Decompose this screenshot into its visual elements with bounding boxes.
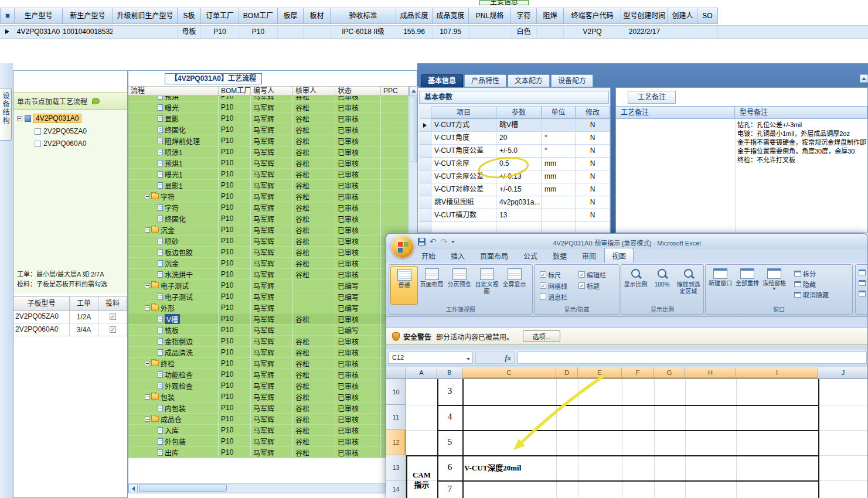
process-row[interactable]: 喷涂1P10马军辉谷松已审核 xyxy=(128,146,409,158)
process-row[interactable]: 金指倒边P10马军辉谷松已审核 xyxy=(128,336,409,347)
corner-icon-cell[interactable] xyxy=(0,8,15,24)
param-row[interactable]: V-CUT余厚0.5mmN xyxy=(419,158,610,170)
column-header-3[interactable]: 升级前旧生产型号 xyxy=(113,8,178,24)
window-small-button-0[interactable]: 拆分 xyxy=(792,268,830,279)
ribbon-tab-3[interactable]: 公式 xyxy=(516,248,544,263)
name-box-dropdown-icon[interactable] xyxy=(467,358,470,360)
window-button-0[interactable]: 新建窗口 xyxy=(707,266,734,305)
process-row[interactable]: 喷砂P10马军辉谷松已审核 xyxy=(128,236,409,247)
column-header-11[interactable]: 成品宽度 xyxy=(433,8,469,24)
window-small-button-2[interactable]: 取消隐藏 xyxy=(792,289,830,300)
basic-params-section-header[interactable]: 基本参数 xyxy=(419,91,609,104)
row-header-12[interactable]: 12 xyxy=(386,430,406,455)
process-row[interactable]: 内包装P10马军辉谷松已审核 xyxy=(128,403,409,414)
cell-name-box[interactable]: C12 xyxy=(388,352,473,364)
column-header-18[interactable]: SO xyxy=(697,8,718,24)
column-header-8[interactable]: 板材 xyxy=(304,8,331,24)
process-row[interactable]: 板边包胶P10马军辉谷松已审核 xyxy=(128,247,409,258)
column-header-17[interactable]: 创建人 xyxy=(668,8,697,24)
param-row[interactable]: V-CUT方式跳V槽N xyxy=(419,119,610,132)
column-header-14[interactable]: 阻焊 xyxy=(537,8,564,24)
sequence-number-cell[interactable]: 5 xyxy=(437,437,462,447)
excel-title-bar[interactable]: 4V2PQ031A0-预审指示 [兼容模式] - Microsoft Excel xyxy=(386,234,867,249)
save-icon[interactable] xyxy=(418,238,426,245)
view-button-0[interactable]: 普通 xyxy=(390,266,418,305)
column-header-C[interactable]: C xyxy=(462,367,556,379)
tree-checkbox[interactable] xyxy=(35,128,41,135)
process-col-1[interactable]: BOM工厂 xyxy=(219,86,251,96)
param-row[interactable]: V-CUT角度公差+/-5.0°N xyxy=(419,145,610,158)
expander-icon[interactable] xyxy=(145,194,150,199)
column-header-D[interactable]: D xyxy=(556,367,578,379)
ribbon-tab-4[interactable]: 数据 xyxy=(546,248,574,263)
checkbox-icon[interactable] xyxy=(540,294,546,300)
horizontal-scroll-thumb[interactable] xyxy=(139,484,227,492)
sequence-number-cell[interactable]: 6 xyxy=(437,462,462,472)
column-header-9[interactable]: 验收标准 xyxy=(331,8,396,24)
checkbox-icon[interactable]: ✓ xyxy=(540,282,546,289)
show-hide-option-4[interactable]: 消息栏 xyxy=(540,291,578,302)
column-header-A[interactable]: A xyxy=(406,367,437,379)
process-col-5[interactable]: PPC xyxy=(381,86,409,96)
insert-function-icon[interactable]: fx xyxy=(505,353,511,362)
expander-icon[interactable] xyxy=(145,283,150,288)
process-row[interactable]: 显影P10马军辉谷松已审核 xyxy=(128,113,409,124)
cam-instruction-cell[interactable]: V-CUT深度20mil xyxy=(464,462,521,473)
zoom-button-1[interactable]: 100% xyxy=(649,266,675,305)
subboard-row[interactable]: 2V2PQ05ZA01/2A✓ xyxy=(13,311,127,323)
param-row[interactable]: V-CUT余厚公差+/-0.13mmN xyxy=(419,170,610,183)
process-row[interactable]: 显影1P10马军辉谷松已审核 xyxy=(128,180,409,191)
process-row[interactable]: 外包装P10马军辉谷松已审核 xyxy=(128,436,409,447)
column-header-16[interactable]: 型号创建时间 xyxy=(621,8,668,24)
param-col-3[interactable]: 修改 xyxy=(576,106,610,119)
main-info-tab[interactable]: 主要信息 xyxy=(479,0,529,5)
clipped-button-0[interactable] xyxy=(857,267,868,278)
clipped-button-1[interactable] xyxy=(857,278,868,288)
checkbox-icon[interactable]: ✓ xyxy=(578,271,585,278)
undo-icon[interactable]: ↶ xyxy=(430,237,437,245)
process-row[interactable]: 预烘P10马军辉谷松已审核 xyxy=(128,96,409,102)
device-structure-vertical-tab[interactable]: 设备结构 xyxy=(0,88,12,141)
process-row[interactable]: 曝光1P10马军辉谷松已审核 xyxy=(128,169,409,180)
column-header-15[interactable]: 终端客户代码 xyxy=(564,8,621,24)
process-row[interactable]: V槽P10马军辉谷松已审核 xyxy=(128,313,409,325)
process-row[interactable]: 阻焊前处理P10马军辉谷松已审核 xyxy=(128,135,409,146)
panel-scroll-up-button[interactable] xyxy=(860,74,868,83)
process-row[interactable]: 电子测试P10马军辉已编写 xyxy=(128,280,409,291)
process-row[interactable]: 终固化P10马军辉谷松已审核 xyxy=(128,213,409,224)
qat-dropdown-icon[interactable] xyxy=(451,241,455,243)
param-row[interactable]: 跳V槽见图纸4v2pq031a...N xyxy=(419,196,610,209)
expander-icon[interactable] xyxy=(145,227,150,233)
tree-checkbox[interactable] xyxy=(35,141,41,147)
param-row[interactable]: V-CUT横刀数13N xyxy=(419,209,610,222)
tree-child-item[interactable]: 2V2PQ05ZA0 xyxy=(35,126,87,137)
info-tab-3[interactable]: 设备配方 xyxy=(551,74,593,87)
zoom-button-2[interactable]: 缩放到选定区域 xyxy=(675,266,702,305)
feed-checkbox[interactable]: ✓ xyxy=(110,313,116,320)
info-tab-0[interactable]: 基本信息 xyxy=(421,74,463,87)
process-row[interactable]: 出库P10马军辉谷松已审核 xyxy=(128,447,409,458)
column-header-F[interactable]: F xyxy=(622,367,654,379)
ribbon-tab-2[interactable]: 页面布局 xyxy=(473,248,515,263)
window-button-1[interactable]: 全部重排 xyxy=(734,266,761,305)
process-row[interactable]: 成品仓P10马军辉谷松已审核 xyxy=(128,414,409,425)
process-row[interactable]: 曝光P10马军辉谷松已审核 xyxy=(128,102,409,113)
office-button[interactable] xyxy=(391,235,414,258)
zoom-button-0[interactable]: 显示比例 xyxy=(622,266,649,305)
info-tab-1[interactable]: 产品特性 xyxy=(464,74,506,87)
process-row[interactable]: 预烘1P10马军辉谷松已审核 xyxy=(128,158,409,169)
expander-icon[interactable] xyxy=(145,417,150,422)
tree-child-item[interactable]: 2V2PQ060A0 xyxy=(35,138,86,149)
process-row[interactable]: 终检P10马军辉谷松已审核 xyxy=(128,358,409,369)
column-header-4[interactable]: S板 xyxy=(178,8,201,24)
column-header-7[interactable]: 板厚 xyxy=(278,8,304,24)
sheet-grid[interactable]: V-CUT深度20mil CAM 指示 34567 xyxy=(406,379,868,498)
feed-checkbox[interactable]: ✓ xyxy=(110,326,116,333)
column-header-J[interactable]: J xyxy=(818,367,868,379)
subboard-row[interactable]: 2V2PQ060A03/4A✓ xyxy=(13,323,127,336)
clipped-button-2[interactable] xyxy=(857,288,868,299)
window-small-button-1[interactable]: 隐藏 xyxy=(792,279,830,289)
show-hide-option-2[interactable]: ✓网格线 xyxy=(540,280,578,291)
expander-icon[interactable] xyxy=(145,394,150,400)
view-button-2[interactable]: 分页预览 xyxy=(445,266,473,305)
